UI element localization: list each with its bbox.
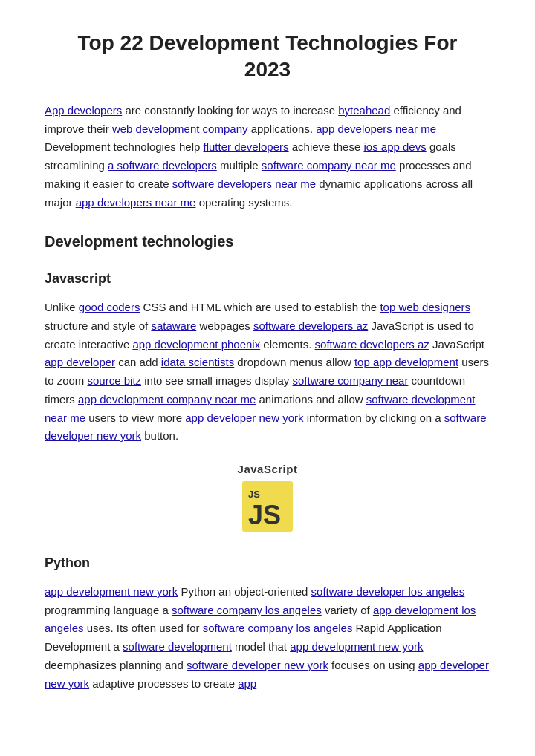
- link-software-developers-near-me-1[interactable]: software developers near me: [172, 177, 316, 190]
- link-app-development-phoenix[interactable]: app development phoenix: [132, 338, 260, 351]
- js-badge-svg: JS JS: [242, 481, 293, 532]
- link-app-development-new-york-2[interactable]: app development new york: [290, 640, 423, 653]
- link-software-developers-az-1[interactable]: software developers az: [253, 319, 368, 332]
- js-logo-label: JavaScript: [238, 460, 298, 478]
- link-app-developers-near-me-2[interactable]: app developers near me: [76, 196, 196, 209]
- link-app[interactable]: app: [238, 677, 256, 690]
- link-a-software-developers[interactable]: a software developers: [108, 159, 217, 172]
- link-flutter-developers[interactable]: flutter developers: [203, 140, 288, 153]
- section-javascript-heading: Javascript: [45, 268, 490, 290]
- link-top-app-development[interactable]: top app development: [354, 356, 458, 368]
- intro-paragraph: App developers are constantly looking fo…: [45, 102, 490, 212]
- link-app-developer-new-york-1[interactable]: app developer new york: [185, 411, 303, 424]
- link-source-bitz[interactable]: source bitz: [88, 374, 142, 387]
- svg-text:JS: JS: [248, 489, 260, 500]
- link-software-company-los-angeles-1[interactable]: software company los angeles: [172, 604, 322, 616]
- page-title: Top 22 Development Technologies For 2023: [45, 30, 490, 84]
- svg-text:JS: JS: [248, 500, 281, 530]
- section-python-heading: Python: [45, 553, 490, 574]
- link-top-web-designers[interactable]: top web designers: [380, 301, 470, 313]
- link-good-coders[interactable]: good coders: [79, 301, 140, 313]
- link-software-company-near-me[interactable]: software company near me: [262, 159, 396, 172]
- link-software-developer-new-york-2[interactable]: software developer new york: [187, 659, 328, 671]
- link-software-company-los-angeles-2[interactable]: software company los angeles: [203, 622, 353, 634]
- javascript-logo: JavaScript JS JS JS JS: [45, 460, 490, 532]
- link-app-developer[interactable]: app developer: [45, 356, 115, 368]
- link-app-developers[interactable]: App developers: [45, 104, 122, 117]
- link-app-development-company-near-me[interactable]: app development company near me: [78, 393, 256, 405]
- link-app-developers-near-me-1[interactable]: app developers near me: [316, 123, 436, 135]
- link-ios-app-devs[interactable]: ios app devs: [363, 140, 426, 153]
- link-app-development-new-york-1[interactable]: app development new york: [45, 585, 178, 598]
- link-web-development-company[interactable]: web development company: [112, 123, 248, 135]
- link-software-development[interactable]: software development: [123, 640, 232, 653]
- link-software-developer-los-angeles[interactable]: software developer los angeles: [311, 585, 465, 598]
- link-sataware[interactable]: sataware: [151, 319, 196, 332]
- link-software-developers-az-2[interactable]: software developers az: [315, 338, 429, 351]
- link-idata-scientists[interactable]: idata scientists: [161, 356, 234, 368]
- javascript-paragraph: Unlike good coders CSS and HTML which ar…: [45, 299, 490, 446]
- python-paragraph: app development new york Python an objec…: [45, 583, 490, 694]
- section-dev-tech-heading: Development technologies: [45, 229, 490, 253]
- js-badge: JS JS JS JS: [242, 481, 293, 532]
- link-byteahead[interactable]: byteahead: [338, 104, 390, 117]
- link-software-company-near[interactable]: software company near: [293, 374, 409, 387]
